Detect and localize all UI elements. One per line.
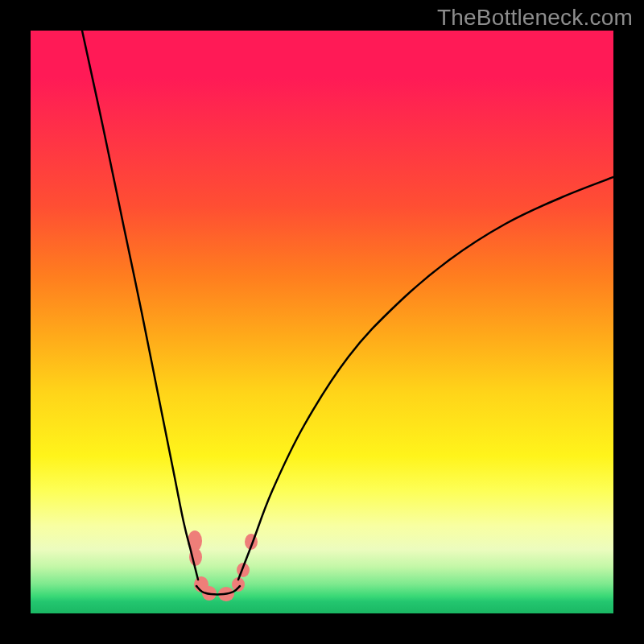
marker-group [188, 530, 258, 601]
plot-area [31, 31, 613, 613]
curve-layer [31, 31, 613, 613]
chart-frame: TheBottleneck.com [0, 0, 644, 644]
watermark-text: TheBottleneck.com [437, 5, 633, 31]
curve-right-branch [238, 177, 613, 580]
curve-group [82, 31, 613, 594]
curve-left-branch [82, 31, 198, 580]
